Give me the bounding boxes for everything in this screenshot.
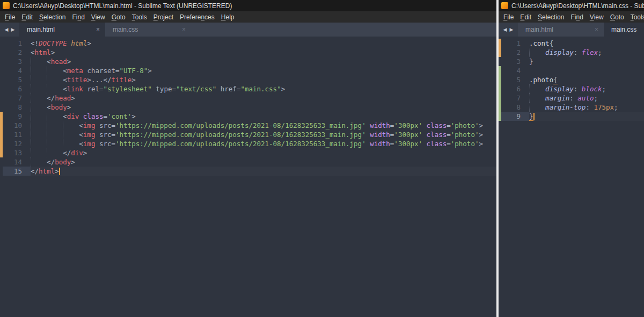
code-line: margin-top: 175px;	[529, 103, 644, 112]
menu-item-tools[interactable]: Tools	[129, 12, 150, 22]
code-token	[422, 121, 427, 129]
code-token: >	[479, 140, 483, 148]
indent-guide	[31, 66, 31, 75]
menu-item-file[interactable]: File	[2, 12, 18, 22]
code-token	[95, 131, 99, 139]
code-token: </	[31, 167, 39, 175]
line-number: 3	[501, 57, 529, 66]
window-title: C:\Users\Айнур\Desktop\HTML\main.css - S…	[511, 2, 644, 10]
menu-item-find[interactable]: Find	[69, 12, 87, 22]
tab-close-icon[interactable]: ×	[181, 25, 187, 34]
menu-item-edit[interactable]: Edit	[18, 12, 36, 22]
code-token: "stylesheet"	[103, 85, 151, 93]
nav-forward-icon[interactable]: ▶	[11, 27, 15, 32]
code-editor[interactable]: 1.cont{2 display: flex;3}45.photo{6 disp…	[499, 37, 644, 317]
code-token: >	[131, 76, 136, 84]
code-token	[422, 140, 427, 148]
code-row: 3 <head>	[0, 57, 496, 66]
indent-guide	[31, 75, 31, 84]
tab-label: main.html	[27, 26, 55, 33]
menu-item-find[interactable]: Find	[567, 12, 586, 22]
code-token: html	[35, 48, 51, 57]
code-editor[interactable]: 1<!DOCTYPE html>2<html>3 <head>4 <meta c…	[0, 37, 496, 317]
code-line: }	[529, 57, 644, 66]
nav-back-icon[interactable]: ◀	[5, 27, 9, 32]
code-token: >...</	[87, 76, 111, 84]
code-token	[216, 85, 221, 93]
window-title: C:\Users\Айнур\Desktop\HTML\main.html - …	[13, 2, 232, 10]
code-token: .photo	[529, 76, 553, 84]
code-line: </body>	[31, 157, 496, 167]
line-number: 4	[501, 66, 529, 75]
code-token: >	[71, 158, 75, 166]
code-token: DOCTYPE	[39, 39, 67, 47]
code-token: >	[148, 67, 152, 75]
code-line: </head>	[31, 93, 496, 103]
menu-item-goto[interactable]: Goto	[607, 12, 627, 22]
code-token: display	[545, 48, 574, 56]
tab-main-html[interactable]: main.html×	[19, 23, 105, 37]
code-row: 7 margin: auto;	[499, 93, 644, 103]
nav-forward-icon[interactable]: ▶	[510, 27, 514, 32]
code-token: <	[31, 67, 67, 75]
menu-item-goto[interactable]: Goto	[108, 12, 129, 22]
indent-guide	[47, 66, 47, 75]
code-token: head	[55, 94, 71, 102]
code-line: <img src='https://mipped.com/uploads/pos…	[31, 130, 496, 139]
indent-guide	[63, 130, 63, 139]
tab-close-icon[interactable]: ×	[95, 25, 101, 34]
code-token: <	[31, 131, 83, 139]
menu-item-tools[interactable]: Tools	[627, 12, 644, 22]
menu-item-view[interactable]: View	[587, 12, 607, 22]
code-row: 1<!DOCTYPE html>	[0, 39, 496, 48]
indent-guide	[529, 103, 530, 112]
line-number: 9	[501, 112, 529, 121]
code-line: <body>	[31, 103, 496, 112]
menu-item-edit[interactable]: Edit	[517, 12, 535, 22]
nav-back-icon[interactable]: ◀	[503, 27, 507, 32]
code-line: <meta charset="UTF-8">	[31, 66, 496, 75]
indent-guide	[63, 121, 63, 130]
indent-guide	[31, 130, 31, 139]
code-line: <link rel="stylesheet" type="text/css" h…	[31, 84, 496, 93]
code-line: <!DOCTYPE html>	[31, 39, 496, 48]
menu-item-view[interactable]: View	[88, 12, 108, 22]
menu-item-file[interactable]: File	[500, 12, 517, 22]
code-token	[95, 121, 99, 129]
line-number: 14	[3, 157, 31, 167]
code-line: <img src='https://mipped.com/uploads/pos…	[31, 121, 496, 130]
code-row: 14 </body>	[0, 157, 496, 167]
tab-main-css[interactable]: main.css	[604, 23, 644, 37]
tab-main-html[interactable]: main.html×	[518, 23, 604, 37]
tab-bar: ◀▶main.html×main.css×	[0, 23, 496, 37]
code-token: width	[370, 121, 390, 129]
indent-guide	[31, 148, 31, 157]
code-token: html	[71, 39, 87, 47]
title-bar: C:\Users\Айнур\Desktop\HTML\main.css - S…	[499, 0, 644, 11]
code-token: </	[31, 94, 55, 102]
menu-item-selection[interactable]: Selection	[535, 12, 567, 22]
code-token: img	[83, 121, 96, 129]
line-number: 6	[501, 84, 529, 93]
menu-item-preferences[interactable]: Preferences	[177, 12, 218, 22]
menu-item-selection[interactable]: Selection	[36, 12, 69, 22]
code-token: block	[582, 85, 602, 93]
tab-main-css[interactable]: main.css×	[105, 23, 191, 37]
code-row: 15</html>	[0, 167, 496, 176]
code-token: "main.css"	[240, 85, 281, 93]
tab-close-icon[interactable]: ×	[594, 25, 599, 34]
code-token: class	[427, 131, 447, 139]
code-token: <	[31, 48, 35, 56]
code-row: 12 <img src='https://mipped.com/uploads/…	[0, 139, 496, 148]
indent-guide	[31, 57, 31, 66]
code-token: margin-top	[545, 103, 586, 111]
code-token: >	[281, 85, 286, 93]
menu-item-project[interactable]: Project	[150, 12, 177, 22]
code-token: ;	[602, 85, 606, 93]
line-number: 8	[3, 103, 31, 112]
code-row: 13 </div>	[0, 148, 496, 157]
code-token: =	[115, 67, 120, 75]
code-token: <	[31, 85, 67, 93]
menu-item-help[interactable]: Help	[218, 12, 238, 22]
line-number: 9	[3, 112, 31, 121]
